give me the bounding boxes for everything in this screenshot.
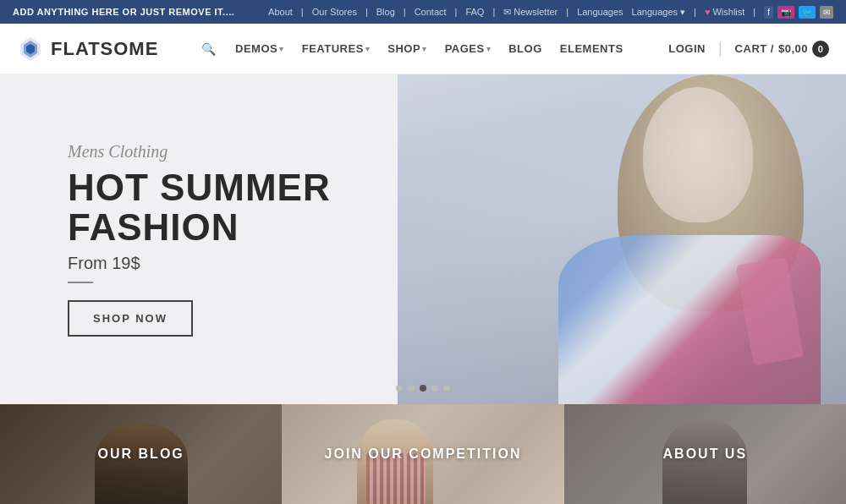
slider-dot-5[interactable]: [443, 385, 450, 392]
divider-3: |: [404, 7, 406, 17]
cart-button[interactable]: CART / $0,00 0: [735, 41, 829, 58]
tile-blog[interactable]: OUR BLOG: [0, 404, 282, 504]
email2-icon[interactable]: ✉: [820, 6, 833, 19]
languages-label[interactable]: Languages ▾: [632, 7, 686, 18]
email-icon: ✉: [503, 7, 511, 18]
cart-label: CART /: [735, 42, 774, 55]
header-right: LOGIN | CART / $0,00 0: [668, 40, 829, 58]
hero-price: From 19$: [68, 254, 406, 273]
login-button[interactable]: LOGIN: [668, 42, 706, 55]
instagram-icon[interactable]: 📷: [777, 6, 794, 19]
header-divider: |: [718, 40, 722, 58]
tile-about[interactable]: ABOUT US: [564, 404, 846, 504]
nav-demos[interactable]: DEMOS ▾: [228, 38, 291, 59]
hero-divider: [68, 282, 93, 283]
stores-link[interactable]: Our Stores: [312, 7, 357, 17]
search-button[interactable]: 🔍: [197, 38, 220, 60]
tiles-section: OUR BLOG JOIN OUR COMPETITION ABOUT US: [0, 404, 846, 504]
divider-4: |: [455, 7, 458, 17]
tile-competition[interactable]: JOIN OUR COMPETITION: [282, 404, 563, 504]
search-icon: 🔍: [201, 42, 216, 56]
nav-features[interactable]: FEATURES ▾: [295, 38, 377, 59]
nav-elements[interactable]: ELEMENTS: [553, 38, 630, 59]
divider-1: |: [301, 7, 304, 17]
tile-2-label: JOIN OUR COMPETITION: [325, 446, 522, 462]
divider-6: |: [566, 7, 569, 17]
divider-5: |: [492, 7, 495, 17]
demos-arrow: ▾: [279, 45, 284, 53]
nav-blog[interactable]: BLOG: [502, 38, 549, 59]
cart-count: 0: [812, 41, 829, 58]
newsletter-link[interactable]: Newsletter: [514, 7, 558, 17]
divider-7: |: [694, 7, 696, 17]
slider-dot-3[interactable]: [420, 385, 426, 392]
tile-1-label: OUR BLOG: [98, 446, 184, 462]
slider-dot-1[interactable]: [396, 385, 403, 392]
blog-link[interactable]: Blog: [376, 7, 395, 17]
heart-icon: ♥: [705, 7, 711, 17]
hero-content: Mens Clothing HOT SUMMER FASHION From 19…: [0, 142, 406, 336]
top-bar-links: About | Our Stores | Blog | Contact | FA…: [268, 6, 833, 19]
shop-now-button[interactable]: SHOP NOW: [68, 300, 193, 337]
faq-link[interactable]: FAQ: [465, 7, 484, 17]
top-bar: ADD ANYTHING HERE OR JUST REMOVE IT.... …: [0, 0, 846, 24]
slider-dot-4[interactable]: [431, 385, 438, 392]
contact-link[interactable]: Contact: [415, 7, 447, 17]
slider-dots: [396, 385, 450, 392]
top-bar-announcement: ADD ANYTHING HERE OR JUST REMOVE IT....: [13, 7, 234, 17]
logo-icon: [17, 36, 44, 63]
social-icons: f 📷 🐦 ✉: [764, 6, 833, 19]
pages-arrow: ▾: [486, 45, 492, 53]
divider-2: |: [365, 7, 368, 17]
main-navigation: 🔍 DEMOS ▾ FEATURES ▾ SHOP ▾ PAGES ▾ BLOG…: [197, 38, 630, 60]
logo-text: FLATSOME: [51, 38, 158, 60]
facebook-icon[interactable]: f: [764, 6, 773, 19]
main-header: FLATSOME 🔍 DEMOS ▾ FEATURES ▾ SHOP ▾ PAG…: [0, 24, 846, 74]
about-link[interactable]: About: [268, 7, 293, 17]
nav-pages[interactable]: PAGES ▾: [438, 38, 498, 59]
nav-shop[interactable]: SHOP ▾: [381, 38, 433, 59]
shop-arrow: ▾: [422, 45, 427, 53]
wishlist-link[interactable]: ♥ Wishlist: [705, 7, 744, 17]
logo[interactable]: FLATSOME: [17, 36, 158, 63]
languages-dropdown[interactable]: Languages: [577, 7, 623, 17]
twitter-icon[interactable]: 🐦: [799, 6, 816, 19]
hero-section: Mens Clothing HOT SUMMER FASHION From 19…: [0, 74, 846, 404]
divider-8: |: [753, 7, 755, 17]
features-arrow: ▾: [365, 45, 371, 53]
hero-title: HOT SUMMER FASHION: [68, 168, 406, 246]
tile-3-label: ABOUT US: [663, 446, 748, 462]
slider-dot-2[interactable]: [408, 385, 415, 392]
hero-overlay: [398, 74, 846, 404]
cart-price: $0,00: [778, 42, 808, 55]
hero-subtitle: Mens Clothing: [68, 142, 406, 162]
